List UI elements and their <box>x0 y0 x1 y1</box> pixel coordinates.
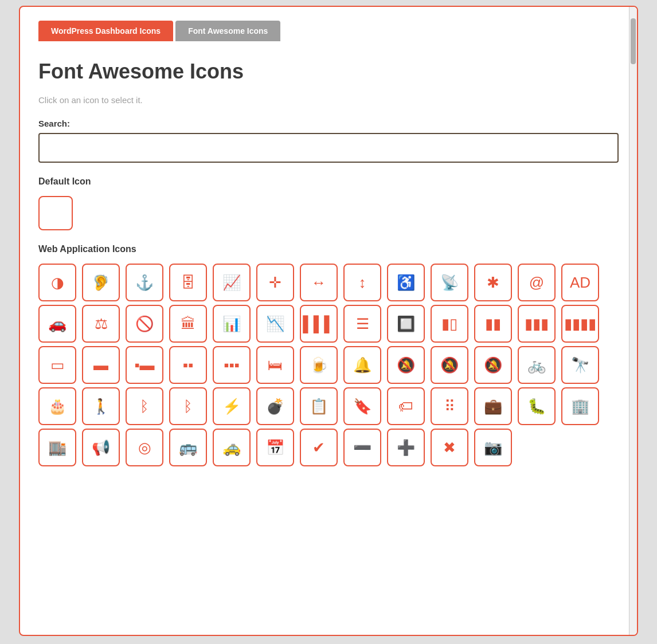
icon-bell-slash2[interactable]: 🔕 <box>474 346 512 384</box>
icon-bat4[interactable]: ▪▪ <box>169 346 207 384</box>
icon-cab[interactable]: 🚕 <box>213 429 251 466</box>
icon-bomb[interactable]: 💣 <box>256 387 294 425</box>
icon-bat5[interactable]: ▪▪▪ <box>213 346 251 384</box>
default-icon-label: Default Icon <box>38 176 619 187</box>
icon-ad[interactable]: AD <box>561 264 599 301</box>
default-icon-box[interactable] <box>38 196 73 230</box>
web-app-icons-label: Web Application Icons <box>38 244 619 254</box>
icon-bell-o[interactable]: 🔕 <box>387 346 425 384</box>
icon-bookmark[interactable]: 🔖 <box>343 387 381 425</box>
tab-bar: WordPress Dashboard Icons Font Awesome I… <box>38 21 619 41</box>
icon-bat1[interactable]: ▭ <box>38 346 76 384</box>
icon-anchor[interactable]: ⚓ <box>126 264 163 301</box>
icon-building[interactable]: 🏢 <box>561 387 599 425</box>
icon-binoculars[interactable]: 🔭 <box>561 346 599 384</box>
icon-building2[interactable]: 🏬 <box>38 429 76 466</box>
icon-cal-times[interactable]: ✖ <box>431 429 468 466</box>
icon-assistive[interactable]: ♿ <box>387 264 425 301</box>
scrollbar[interactable] <box>629 7 637 635</box>
icon-cal-plus[interactable]: ➕ <box>387 429 425 466</box>
icon-braille[interactable]: ⠿ <box>431 387 468 425</box>
icon-bell-slash[interactable]: 🔕 <box>431 346 468 384</box>
icon-bar-chart[interactable]: 📊 <box>213 305 251 343</box>
scrollbar-thumb[interactable] <box>631 18 636 64</box>
icon-blind[interactable]: 🚶 <box>82 387 120 425</box>
icon-ban[interactable]: 🚫 <box>126 305 163 343</box>
tab-font-awesome[interactable]: Font Awesome Icons <box>175 21 280 41</box>
icon-balance-scale[interactable]: ⚖ <box>82 305 120 343</box>
search-label: Search: <box>38 119 619 128</box>
icon-battery-full[interactable]: ▮▮▮▮ <box>561 305 599 343</box>
icon-archive[interactable]: 🗄 <box>169 264 207 301</box>
icon-bullseye[interactable]: ◎ <box>126 429 163 466</box>
icon-bicycle[interactable]: 🚲 <box>518 346 556 384</box>
icon-briefcase[interactable]: 💼 <box>474 387 512 425</box>
icon-adjust[interactable]: ◑ <box>38 264 76 301</box>
icon-bell[interactable]: 🔔 <box>343 346 381 384</box>
page-subtitle: Click on an icon to select it. <box>38 95 619 105</box>
icon-bank[interactable]: 🏛 <box>169 305 207 343</box>
icon-arrows-h[interactable]: ↔ <box>300 264 338 301</box>
icon-arrows[interactable]: ✛ <box>256 264 294 301</box>
icon-bat3[interactable]: ▪▬ <box>126 346 163 384</box>
icon-asterisk[interactable]: ✱ <box>474 264 512 301</box>
icon-automobile[interactable]: 🚗 <box>38 305 76 343</box>
icon-bolt[interactable]: ⚡ <box>213 387 251 425</box>
icon-bed[interactable]: 🛏 <box>256 346 294 384</box>
icon-calendar[interactable]: 📅 <box>256 429 294 466</box>
icon-book[interactable]: 📋 <box>300 387 338 425</box>
icon-bug[interactable]: 🐛 <box>518 387 556 425</box>
icon-at[interactable]: @ <box>518 264 556 301</box>
tab-wordpress[interactable]: WordPress Dashboard Icons <box>38 21 173 41</box>
icon-battery-3q[interactable]: ▮▮▮ <box>518 305 556 343</box>
icon-deaf[interactable]: 🦻 <box>82 264 120 301</box>
icon-bookmark-o[interactable]: 🏷 <box>387 387 425 425</box>
icon-bat2[interactable]: ▬ <box>82 346 120 384</box>
icon-bluetooth-b[interactable]: ᛒ <box>169 387 207 425</box>
icon-arrows-v[interactable]: ↕ <box>343 264 381 301</box>
icon-grid: ◑🦻⚓🗄📈✛↔↕♿📡✱@AD🚗⚖🚫🏛📊📉▌▌▌☰🔲▮▯▮▮▮▮▮▮▮▮▮▭▬▪▬… <box>38 264 619 466</box>
icon-cal-check[interactable]: ✔ <box>300 429 338 466</box>
icon-cal-minus[interactable]: ➖ <box>343 429 381 466</box>
icon-bar-chart2[interactable]: 📉 <box>256 305 294 343</box>
icon-barcode[interactable]: ▌▌▌ <box>300 305 338 343</box>
icon-area-chart[interactable]: 📈 <box>213 264 251 301</box>
icon-audio[interactable]: 📡 <box>431 264 468 301</box>
icon-birthday[interactable]: 🎂 <box>38 387 76 425</box>
search-input[interactable] <box>38 133 619 163</box>
icon-camera[interactable]: 📷 <box>474 429 512 466</box>
page-title: Font Awesome Icons <box>38 60 619 84</box>
icon-battery-half[interactable]: ▮▮ <box>474 305 512 343</box>
icon-bluetooth[interactable]: ᛒ <box>126 387 163 425</box>
icon-beer[interactable]: 🍺 <box>300 346 338 384</box>
icon-bars[interactable]: ☰ <box>343 305 381 343</box>
icon-battery-quarter[interactable]: ▮▯ <box>431 305 468 343</box>
icon-battery-empty[interactable]: 🔲 <box>387 305 425 343</box>
main-container: WordPress Dashboard Icons Font Awesome I… <box>19 6 638 636</box>
icon-bus[interactable]: 🚌 <box>169 429 207 466</box>
icon-bullhorn[interactable]: 📢 <box>82 429 120 466</box>
